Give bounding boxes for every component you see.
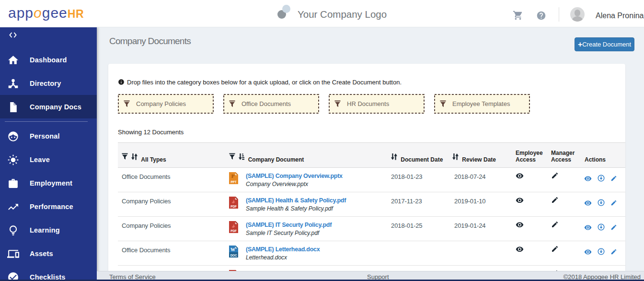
svg-text:PDF: PDF [230,229,237,233]
svg-text:P: P [231,173,235,179]
svg-text:PPT: PPT [231,180,237,184]
svg-text:W: W [230,247,235,252]
svg-text:PDF: PDF [230,205,237,208]
svg-text:DOC: DOC [230,254,237,257]
